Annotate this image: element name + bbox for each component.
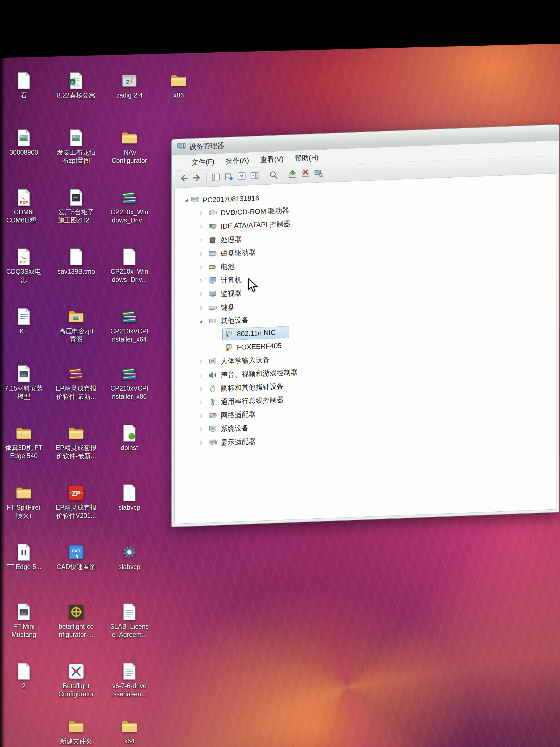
help-button[interactable]: ?	[235, 170, 248, 183]
desktop-icon-27[interactable]: slabvcp	[104, 543, 155, 571]
twisty-collapsed-icon[interactable]	[198, 264, 204, 271]
scan-hardware-changes-button[interactable]	[312, 167, 325, 180]
desktop-icon-8[interactable]: 发厂5台柜子 施工图ZH2...	[51, 188, 102, 225]
svg-text:PDF: PDF	[20, 200, 28, 205]
twisty-collapsed-icon[interactable]	[198, 386, 204, 392]
twisty-collapsed-icon[interactable]	[198, 210, 204, 216]
desktop-icon-label: EP精灵成套报 价软件-最新...	[51, 384, 102, 401]
desktop-icon-30[interactable]: SLAB_Licens e_Agreem...	[104, 603, 155, 639]
desktop-icon-11[interactable]: sav139B.tmp	[51, 248, 102, 276]
scan-search-icon	[269, 170, 278, 181]
desktop-icon-1[interactable]: X8.22秦杨公寓	[51, 72, 102, 100]
desktop-icon-label: FT Edge 5...	[0, 563, 49, 571]
show-console-tree-button[interactable]	[209, 171, 222, 184]
desktop-icon-10[interactable]: PDFCDQ3S双电 源	[0, 248, 49, 284]
desktop-icon-24[interactable]: slabvcp	[104, 484, 155, 512]
twisty-expanded-icon[interactable]	[198, 318, 204, 324]
export-list-button[interactable]	[222, 170, 235, 184]
help-icon: ?	[237, 171, 246, 182]
desktop-icon-label: 发厂5台柜子 施工图ZH2...	[51, 208, 102, 225]
twisty-collapsed-icon[interactable]	[198, 251, 204, 257]
desktop-icon-23[interactable]: ZPEP精灵成套报 价软件V201...	[51, 484, 102, 520]
desktop-icon-7[interactable]: PDFCDM6i CDM6Li塑...	[0, 188, 49, 225]
mouse-device-icon	[208, 384, 217, 393]
desktop-icon-6[interactable]: INAV Configurator	[104, 129, 155, 165]
desktop-icon-22[interactable]: FT-SpitFire( 喷火)	[0, 484, 49, 520]
desktop-icon-29[interactable]: betaflight-co nfigurator-...	[51, 603, 102, 639]
menu-item-view[interactable]: 查看(V)	[255, 151, 289, 168]
toolbar-separator	[283, 170, 283, 180]
desktop-icon-5[interactable]: 发秦工布龙怕 布zpt置图	[51, 129, 102, 165]
cpu-device-icon	[208, 235, 217, 244]
tree-item-label: 通用串行总线控制器	[221, 393, 284, 409]
desktop-icon-label: KT	[0, 327, 49, 335]
desktop-icon-4[interactable]: 30008900	[0, 129, 49, 157]
desktop-icon-label: x64	[104, 737, 155, 745]
show-action-pane-button[interactable]	[248, 170, 261, 183]
ide-device-icon	[208, 222, 217, 231]
svg-text:X: X	[71, 80, 74, 84]
file-icon	[120, 484, 139, 502]
warn-device-icon: ?	[224, 343, 233, 352]
desktop-icon-15[interactable]: CP210xVCPI nstaller_x64	[104, 307, 155, 344]
twisty-collapsed-icon[interactable]	[198, 413, 204, 419]
desktop-icon-28[interactable]: FT Mini Mustang	[0, 603, 49, 639]
desktop-icon-25[interactable]: FT Edge 5...	[0, 543, 49, 571]
update-driver-button[interactable]	[286, 168, 299, 181]
back-button[interactable]	[178, 172, 190, 185]
menu-item-help[interactable]: 帮助(H)	[289, 150, 324, 166]
desktop-icon-14[interactable]: 高压电容zpt 置图	[51, 307, 102, 344]
twisty-collapsed-icon[interactable]	[198, 400, 204, 406]
desktop-icon-2[interactable]: Zzadig-2.4	[104, 72, 155, 100]
desktop-icon-19[interactable]: 像真3D机 FT Edge 540	[0, 424, 49, 460]
forward-button[interactable]	[190, 172, 203, 185]
twisty-collapsed-icon[interactable]	[198, 224, 204, 230]
desktop-icon-label: zadig-2.4	[104, 91, 155, 100]
desktop-icon-12[interactable]: CP210x_Win dows_Driv...	[104, 248, 155, 284]
desktop-icon-18[interactable]: CP210xVCPI nstaller_x86	[104, 364, 155, 401]
desktop-icon-label: CP210xVCPI nstaller_x86	[104, 384, 155, 401]
desktop-icon-0[interactable]: 石	[0, 72, 49, 100]
battery-device-icon	[208, 262, 217, 272]
desktop-icon-26[interactable]: CADCAD快速看图	[51, 543, 102, 571]
desktop-icon-33[interactable]: v6-7-6-drive r-serial-en...	[104, 662, 155, 698]
twisty-collapsed-icon[interactable]	[198, 305, 204, 311]
desktop-icon-17[interactable]: EP精灵成套报 价软件-最新...	[51, 364, 102, 401]
back-icon	[179, 174, 189, 184]
desktop-icon-16[interactable]: 7.15材料安装 模型	[0, 364, 49, 401]
twisty-collapsed-icon[interactable]	[198, 427, 204, 432]
svg-text:CAD: CAD	[72, 549, 80, 553]
desktop-icon-20[interactable]: EP精灵成套报 价软件-最新...	[51, 424, 102, 460]
twisty-collapsed-icon[interactable]	[198, 278, 204, 284]
desktop-icon-34[interactable]: 新建文件夹	[51, 717, 102, 745]
tree-item-label: 计算机	[221, 273, 242, 287]
image-icon	[67, 129, 85, 147]
uninstall-device-button[interactable]	[299, 168, 312, 181]
desktop-icon-32[interactable]: Betaflight Configurator	[51, 662, 102, 698]
desktop-icon-21[interactable]: dpinst	[104, 424, 155, 452]
twisty-collapsed-icon[interactable]	[198, 359, 204, 365]
menu-item-file[interactable]: 文件(F)	[186, 154, 220, 170]
twisty-collapsed-icon[interactable]	[198, 291, 204, 297]
scan-search-button[interactable]	[267, 169, 280, 182]
desktop-icon-label: CP210x_Win dows_Driv...	[104, 208, 155, 225]
desktop-icon-label: CAD快速看图	[51, 563, 102, 571]
computer-device-icon	[208, 276, 217, 285]
folderimg-icon	[67, 307, 85, 326]
filedark-icon	[15, 364, 33, 383]
file-icon	[15, 662, 33, 680]
desktop-icon-35[interactable]: x64	[104, 717, 155, 745]
desktop-icon-9[interactable]: CP210x_Win dows_Driv...	[104, 188, 155, 225]
desktop-icon-label: EP精灵成套报 价软件-最新...	[51, 444, 102, 460]
folder-icon	[15, 484, 33, 502]
desktop-icon-3[interactable]: x86	[153, 72, 204, 100]
desktop-icon-13[interactable]: KT	[0, 307, 49, 335]
twisty-collapsed-icon[interactable]	[198, 237, 204, 243]
menu-item-action[interactable]: 操作(A)	[220, 152, 255, 169]
twisty-expanded-icon[interactable]	[184, 198, 189, 203]
desktop-icon-31[interactable]: 2	[0, 662, 49, 690]
twisty-collapsed-icon[interactable]	[198, 440, 204, 446]
twisty-collapsed-icon[interactable]	[198, 372, 204, 378]
folder-icon	[169, 72, 188, 90]
desktop-icon-label: Betaflight Configurator	[51, 682, 102, 698]
